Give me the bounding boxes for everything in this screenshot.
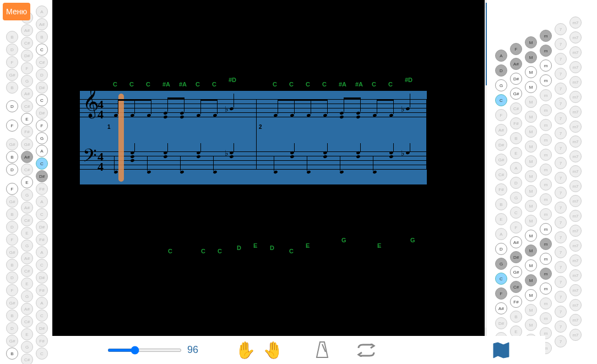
kb-right[interactable]: m — [540, 193, 552, 205]
kb-right[interactable]: G# — [510, 266, 522, 278]
kb-right[interactable]: m7 — [569, 299, 582, 311]
kb-right[interactable]: A — [495, 50, 507, 62]
kb-right[interactable]: C# — [510, 281, 522, 293]
kb-right[interactable]: m — [540, 119, 552, 131]
kb-right[interactable]: M — [525, 96, 537, 108]
kb-right[interactable]: A# — [510, 236, 522, 248]
kb-left[interactable]: G# — [6, 195, 18, 208]
kb-left[interactable]: G — [36, 132, 48, 144]
kb-right[interactable]: A# — [510, 58, 522, 70]
kb-left[interactable]: B — [6, 309, 18, 322]
kb-right[interactable]: C — [495, 273, 507, 285]
kb-right[interactable]: 7 — [555, 83, 567, 95]
kb-right[interactable]: m7 — [569, 314, 582, 326]
kb-right[interactable]: A# — [495, 302, 507, 314]
kb-right[interactable]: m — [540, 223, 552, 235]
kb-left[interactable]: D# — [36, 170, 48, 182]
kb-right[interactable]: 7 — [555, 335, 567, 347]
kb-right[interactable]: m7 — [569, 210, 582, 222]
kb-left[interactable]: D# — [36, 82, 48, 94]
kb-right[interactable]: M — [525, 230, 537, 242]
kb-right[interactable]: m7 — [569, 195, 582, 207]
kb-right[interactable]: 7 — [555, 187, 567, 199]
kb-left[interactable]: D — [36, 69, 48, 81]
kb-left[interactable]: F — [6, 56, 18, 68]
kb-right[interactable]: m7 — [569, 180, 582, 192]
menu-button[interactable]: Меню — [3, 3, 30, 20]
kb-left[interactable]: F# — [21, 126, 33, 138]
kb-left[interactable]: B — [6, 82, 18, 94]
kb-right[interactable]: m — [540, 30, 552, 42]
kb-right[interactable]: M — [525, 81, 537, 93]
kb-right[interactable]: 7 — [555, 68, 567, 80]
kb-right[interactable]: C# — [510, 102, 522, 115]
kb-right[interactable]: F# — [510, 117, 522, 129]
kb-right[interactable]: m — [540, 149, 552, 161]
kb-right[interactable]: m7 — [569, 329, 582, 341]
kb-right[interactable]: A# — [495, 124, 507, 136]
kb-right[interactable]: C# — [495, 169, 507, 181]
kb-right[interactable]: m — [540, 45, 552, 57]
kb-right[interactable]: D — [495, 64, 507, 77]
kb-left[interactable]: F# — [36, 233, 48, 246]
kb-left[interactable]: G — [21, 290, 33, 302]
kb-left[interactable]: G# — [6, 297, 18, 309]
kb-right[interactable]: m — [540, 134, 552, 146]
kb-left[interactable]: G# — [21, 138, 33, 150]
kb-left[interactable]: A — [36, 246, 48, 258]
kb-left[interactable]: C# — [21, 164, 33, 176]
kb-right[interactable]: M — [525, 289, 537, 301]
kb-left[interactable]: A# — [21, 24, 33, 36]
kb-right[interactable]: m — [540, 297, 552, 309]
kb-right[interactable]: 7 — [555, 112, 567, 124]
kb-left[interactable]: C# — [36, 56, 48, 68]
kb-right[interactable]: 7 — [555, 320, 567, 333]
kb-right[interactable]: M — [525, 51, 537, 63]
kb-right[interactable]: B — [495, 198, 507, 210]
kb-right[interactable]: 7 — [555, 23, 567, 35]
kb-right[interactable]: D — [510, 177, 522, 189]
kb-right[interactable]: m7 — [569, 240, 582, 252]
kb-right[interactable]: m7 — [569, 165, 582, 177]
kb-right[interactable]: m7 — [569, 46, 582, 58]
tempo-slider[interactable] — [107, 349, 182, 352]
kb-left[interactable]: A# — [21, 151, 33, 163]
kb-left[interactable]: A# — [36, 18, 48, 30]
kb-left[interactable]: C# — [21, 265, 33, 277]
kb-right[interactable]: F — [510, 43, 522, 55]
kb-left[interactable]: C — [36, 259, 48, 271]
kb-left[interactable]: G# — [6, 69, 18, 81]
kb-right[interactable]: 7 — [555, 38, 567, 50]
kb-left[interactable]: D — [6, 44, 18, 56]
kb-right[interactable]: 7 — [555, 261, 567, 273]
kb-right[interactable]: G — [495, 79, 507, 91]
kb-right[interactable]: E — [510, 147, 522, 159]
kb-left[interactable]: C# — [21, 37, 33, 49]
kb-left[interactable]: D — [6, 100, 18, 112]
kb-left[interactable]: F — [6, 233, 18, 246]
kb-right[interactable]: m7 — [569, 225, 582, 237]
kb-left[interactable]: A# — [21, 202, 33, 214]
kb-left[interactable]: B — [36, 31, 48, 43]
kb-left[interactable]: D — [6, 271, 18, 284]
kb-right[interactable]: 7 — [555, 97, 567, 110]
kb-left[interactable]: D — [6, 221, 18, 233]
kb-right[interactable]: C — [510, 207, 522, 219]
kb-right[interactable]: M — [525, 185, 537, 197]
kb-right[interactable]: 7 — [555, 246, 567, 258]
kb-left[interactable]: B — [6, 259, 18, 271]
kb-right[interactable]: F# — [495, 183, 507, 195]
kb-right[interactable]: G# — [510, 88, 522, 100]
kb-right[interactable]: m7 — [569, 150, 582, 162]
kb-right[interactable]: E — [495, 213, 507, 225]
kb-left[interactable]: E — [21, 227, 33, 239]
kb-right[interactable]: m7 — [569, 254, 582, 267]
kb-left[interactable]: A — [36, 195, 48, 208]
kb-right[interactable]: m7 — [569, 91, 582, 103]
kb-left[interactable]: F# — [36, 183, 48, 195]
kb-right[interactable]: F — [495, 109, 507, 121]
kb-left[interactable]: E — [21, 328, 33, 340]
kb-right[interactable]: D# — [495, 317, 507, 329]
kb-left[interactable]: C — [36, 94, 48, 106]
kb-left[interactable]: C# — [21, 214, 33, 226]
